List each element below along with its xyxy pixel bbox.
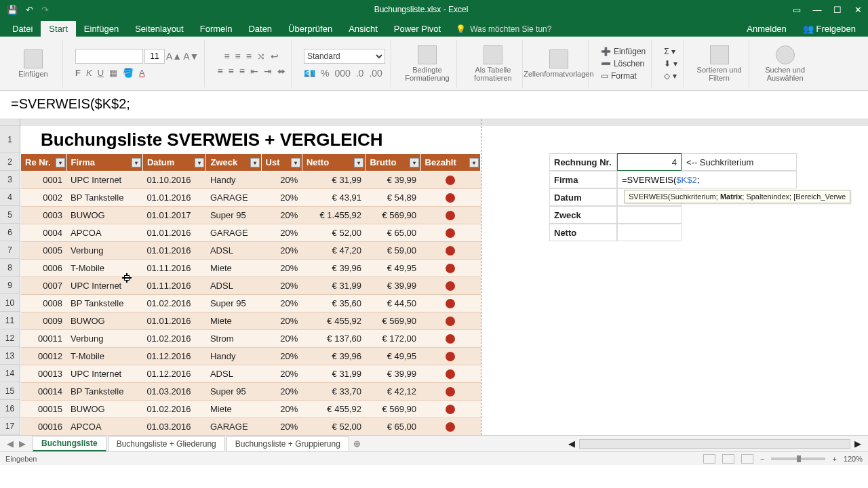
row-header[interactable]: 4 xyxy=(0,188,20,206)
tab-next-icon[interactable]: ▶ xyxy=(19,439,26,449)
row-header[interactable]: 13 xyxy=(0,347,20,365)
lookup-label-firma[interactable]: Firma xyxy=(549,171,617,188)
undo-icon[interactable]: ↶ xyxy=(26,5,33,15)
wrap-icon[interactable]: ↩ xyxy=(271,51,279,62)
lookup-firma-cell[interactable]: =SVERWEIS($K$2; xyxy=(617,171,797,188)
row-header[interactable]: 16 xyxy=(0,400,20,418)
align-left-icon[interactable]: ≡ xyxy=(217,66,222,77)
clear-icon[interactable]: ◇ ▾ xyxy=(664,71,677,81)
cond-format-button[interactable]: Bedingte Formatierung xyxy=(403,45,451,82)
row-header[interactable]: 10 xyxy=(0,294,20,312)
table-row[interactable]: 0006T-Mobile01.11.2016Miete20%€ 39,96€ 4… xyxy=(21,260,481,277)
col-header[interactable]: Re Nr.▾ xyxy=(21,154,67,171)
lookup-annotation[interactable]: <-- Suchkriterium xyxy=(682,153,797,171)
underline-button[interactable]: U xyxy=(98,68,104,78)
filter-dropdown-icon[interactable]: ▾ xyxy=(354,158,363,167)
align-mid-icon[interactable]: ≡ xyxy=(235,51,241,62)
ribbon-opts-icon[interactable]: ▭ xyxy=(787,0,807,19)
font-name-input[interactable] xyxy=(75,49,143,64)
save-icon[interactable]: 💾 xyxy=(7,5,18,15)
signin-button[interactable]: Anmelden xyxy=(738,21,795,37)
hscroll-track[interactable] xyxy=(579,439,850,449)
tab-data[interactable]: Daten xyxy=(240,21,280,37)
shrink-font-icon[interactable]: A▼ xyxy=(183,51,199,62)
table-row[interactable]: 0004APCOA01.01.2016GARAGE20%€ 52,00€ 65,… xyxy=(21,224,481,242)
filter-dropdown-icon[interactable]: ▾ xyxy=(291,158,300,167)
tab-formulas[interactable]: Formeln xyxy=(192,21,241,37)
col-header[interactable]: Bezahlt▾ xyxy=(420,154,480,171)
align-bot-icon[interactable]: ≡ xyxy=(246,51,252,62)
table-row[interactable]: 00016APCOA01.03.2016GARAGE20%€ 52,00€ 65… xyxy=(21,418,481,436)
insert-cells-button[interactable]: ➕ Einfügen xyxy=(601,47,646,56)
minimize-icon[interactable]: — xyxy=(807,0,827,19)
find-select-button[interactable]: Suchen und Auswählen xyxy=(762,45,809,82)
title-cell[interactable]: Buchungsliste SVERWEIS + VERGLEICH xyxy=(20,126,481,153)
tab-insert[interactable]: Einfügen xyxy=(76,21,127,37)
filter-dropdown-icon[interactable]: ▾ xyxy=(469,158,479,167)
row-header[interactable]: 5 xyxy=(0,206,20,224)
bold-button[interactable]: F xyxy=(75,68,81,78)
table-row[interactable]: 00011Verbung01.02.2016Strom20%€ 137,60€ … xyxy=(21,330,481,348)
table-row[interactable]: 00014BP Tankstelle01.03.2016Super 9520%€… xyxy=(21,383,481,401)
number-format-select[interactable]: Standard xyxy=(304,49,385,64)
filter-dropdown-icon[interactable]: ▾ xyxy=(195,158,204,167)
sheet-tab-3[interactable]: Buchungsliste + Gruppierung xyxy=(226,436,349,451)
tab-file[interactable]: Datei xyxy=(4,21,41,37)
view-break-icon[interactable] xyxy=(741,454,753,464)
percent-icon[interactable]: % xyxy=(321,68,329,79)
grow-font-icon[interactable]: A▲ xyxy=(166,51,182,62)
row-header[interactable]: 3 xyxy=(0,171,20,188)
zoom-out-icon[interactable]: − xyxy=(760,455,764,463)
formula-input[interactable]: =SVERWEIS($K$2; xyxy=(11,96,130,112)
row-header[interactable]: 7 xyxy=(0,241,20,259)
merge-icon[interactable]: ⬌ xyxy=(277,66,285,77)
format-cells-button[interactable]: ▭ Format xyxy=(601,71,646,81)
border-icon[interactable]: ▦ xyxy=(109,68,117,78)
lookup-value-nr[interactable]: 4 xyxy=(617,153,682,171)
filter-dropdown-icon[interactable]: ▾ xyxy=(56,158,65,167)
row-header[interactable]: 2 xyxy=(0,153,20,171)
col-header[interactable]: Netto▾ xyxy=(302,154,366,171)
share-button[interactable]: 👥 Freigeben xyxy=(795,21,864,37)
dec-dec-icon[interactable]: .00 xyxy=(369,68,382,79)
autosum-icon[interactable]: Σ ▾ xyxy=(664,47,677,56)
comma-icon[interactable]: 000 xyxy=(334,68,350,79)
table-row[interactable]: 00012T-Mobile01.12.2016Handy20%€ 39,96€ … xyxy=(21,348,481,365)
view-layout-icon[interactable] xyxy=(722,454,734,464)
row-header[interactable]: 14 xyxy=(0,365,20,382)
font-color-icon[interactable]: A xyxy=(139,68,145,78)
tab-home[interactable]: Start xyxy=(41,21,75,37)
table-row[interactable]: 0007UPC Internet01.11.2016ADSL20%€ 31,99… xyxy=(21,277,481,295)
filter-dropdown-icon[interactable]: ▾ xyxy=(250,158,260,167)
zoom-level[interactable]: 120% xyxy=(844,455,863,463)
redo-icon[interactable]: ↷ xyxy=(41,5,49,15)
indent-icon[interactable]: ⇥ xyxy=(264,66,272,77)
paste-button[interactable]: Einfügen xyxy=(9,49,57,78)
row-header[interactable]: 17 xyxy=(0,418,20,435)
zoom-slider[interactable] xyxy=(771,458,825,460)
zoom-in-icon[interactable]: + xyxy=(832,455,836,463)
as-table-button[interactable]: Als Tabelle formatieren xyxy=(469,45,517,82)
table-row[interactable]: 0008BP Tankstelle01.02.2016Super 9520%€ … xyxy=(21,295,481,312)
view-normal-icon[interactable] xyxy=(703,454,715,464)
table-row[interactable]: 00015BUWOG01.02.2016Miete20%€ 455,92€ 56… xyxy=(21,401,481,418)
lookup-label-nr[interactable]: Rechnung Nr. xyxy=(549,153,617,171)
tab-review[interactable]: Überprüfen xyxy=(280,21,340,37)
worksheet-grid[interactable]: 1 2 3 4 5 6 7 8 9 10 11 12 13 14 15 16 1… xyxy=(0,119,868,435)
align-right-icon[interactable]: ≡ xyxy=(239,66,245,77)
col-header[interactable]: Firma▾ xyxy=(66,154,142,171)
filter-dropdown-icon[interactable]: ▾ xyxy=(410,158,419,167)
fill-color-icon[interactable]: 🪣 xyxy=(123,68,134,78)
row-header[interactable]: 6 xyxy=(0,224,20,241)
align-top-icon[interactable]: ≡ xyxy=(224,51,229,62)
font-size-input[interactable] xyxy=(144,49,165,64)
lookup-label-netto[interactable]: Netto xyxy=(549,224,617,241)
hscroll-left-icon[interactable]: ◀ xyxy=(568,439,575,449)
row-header[interactable]: 12 xyxy=(0,329,20,347)
hscroll-right-icon[interactable]: ▶ xyxy=(854,439,861,449)
tab-powerpivot[interactable]: Power Pivot xyxy=(386,21,449,37)
table-row[interactable]: 0001UPC Internet01.10.2016Handy20%€ 31,9… xyxy=(21,171,481,189)
tell-me[interactable]: 💡Was möchten Sie tun? xyxy=(449,22,558,37)
table-row[interactable]: 0002BP Tankstelle01.01.2016GARAGE20%€ 43… xyxy=(21,189,481,207)
tab-layout[interactable]: Seitenlayout xyxy=(127,21,192,37)
